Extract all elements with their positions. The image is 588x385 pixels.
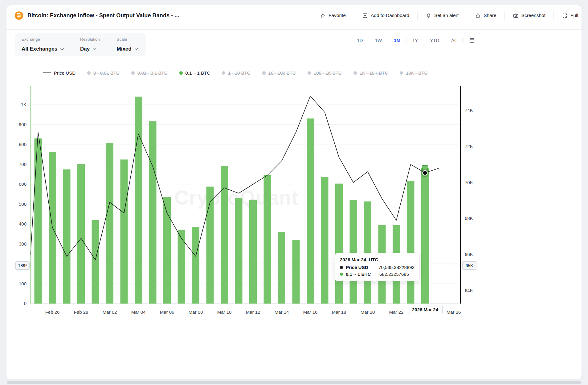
tooltip-value: 70,535.38228893 xyxy=(378,265,414,270)
range-1m-button[interactable]: 1M xyxy=(388,35,406,45)
dot-swatch-icon xyxy=(262,71,266,75)
dot-swatch-icon xyxy=(87,71,91,75)
tooltip-title: 2026 Mar 24, UTC xyxy=(340,257,414,262)
exchange-label: Exchange xyxy=(22,37,66,42)
chevron-down-icon xyxy=(135,48,138,50)
range-1y-button[interactable]: 1Y xyxy=(406,35,424,45)
dashboard-add-icon xyxy=(362,13,368,19)
dot-swatch-icon xyxy=(222,71,225,75)
svg-text:Feb 28: Feb 28 xyxy=(74,309,88,315)
legend-label: 100 - 1K BTC xyxy=(314,70,342,76)
band-dot-icon xyxy=(340,273,343,276)
range-ytd-button[interactable]: YTD xyxy=(424,35,445,45)
svg-text:0: 0 xyxy=(24,301,27,306)
camera-icon xyxy=(513,13,519,19)
resolution-label: Resolution xyxy=(80,37,103,42)
svg-text:500: 500 xyxy=(19,201,27,207)
svg-text:74K: 74K xyxy=(465,108,473,113)
horizontal-scrollbar[interactable] xyxy=(7,381,581,384)
share-icon xyxy=(475,13,481,19)
bell-icon xyxy=(426,13,431,19)
fullscreen-button[interactable]: Full xyxy=(554,10,579,21)
svg-text:Mar 12: Mar 12 xyxy=(246,309,260,315)
resolution-dropdown[interactable]: Resolution Day xyxy=(73,37,110,52)
fullscreen-icon xyxy=(562,13,568,19)
svg-text:Mar 10: Mar 10 xyxy=(217,309,232,315)
line-swatch-icon xyxy=(43,72,51,73)
svg-text:Mar 22: Mar 22 xyxy=(389,309,404,315)
legend-item-0.1-1-btc[interactable]: 0.1 ~ 1 BTC xyxy=(179,70,210,76)
bitcoin-icon: ₿ xyxy=(15,11,23,20)
legend-label: 0.01 - 0.1 BTC xyxy=(137,70,168,76)
legend-item-0-0.01-btc[interactable]: 0 - 0.01 BTC xyxy=(87,70,120,76)
header: ₿ Bitcoin: Exchange Inflow - Spent Outpu… xyxy=(15,9,579,22)
tooltip-label: Price USD xyxy=(346,265,376,270)
svg-text:1K: 1K xyxy=(21,102,27,107)
legend-item-1k-10k-btc[interactable]: 1K - 10K BTC xyxy=(353,70,388,76)
svg-text:Mar 26: Mar 26 xyxy=(447,309,461,315)
price-dot-icon xyxy=(340,266,343,269)
crosshair-left-value-label: 189* xyxy=(15,261,30,270)
header-divider xyxy=(6,29,582,30)
range-1w-button[interactable]: 1W xyxy=(369,35,388,45)
dot-swatch-icon xyxy=(400,71,403,75)
svg-text:900: 900 xyxy=(19,122,27,127)
exchange-dropdown[interactable]: Exchange All Exchanges xyxy=(15,37,73,52)
legend-item-price-usd[interactable]: Price USD xyxy=(43,70,76,76)
svg-text:Mar 02: Mar 02 xyxy=(103,309,117,315)
svg-text:Mar 06: Mar 06 xyxy=(160,309,174,315)
dot-swatch-icon xyxy=(179,71,183,75)
legend-label: 1 - 10 BTC xyxy=(228,70,251,76)
range-all-button[interactable]: All xyxy=(445,35,462,45)
legend-item-0.01-0.1-btc[interactable]: 0.01 - 0.1 BTC xyxy=(131,70,168,76)
crosshair-date-label: 2026 Mar 24 xyxy=(408,305,443,314)
legend-label: 0.1 ~ 1 BTC xyxy=(186,70,210,76)
tooltip-row-band: 0.1 ~ 1 BTC 682.23257685 xyxy=(340,271,414,277)
svg-text:Mar 04: Mar 04 xyxy=(131,309,146,315)
set-alert-label: Set an alert xyxy=(434,13,459,18)
calendar-icon xyxy=(469,37,475,43)
svg-text:72K: 72K xyxy=(465,144,473,149)
range-1d-button[interactable]: 1D xyxy=(351,35,369,45)
filter-bar: Exchange All Exchanges Resolution Day Sc… xyxy=(15,33,146,56)
dot-swatch-icon xyxy=(353,71,357,75)
screenshot-label: Screenshot xyxy=(521,13,545,18)
page-title: Bitcoin: Exchange Inflow - Spent Output … xyxy=(27,12,179,19)
legend-item-10-100-btc[interactable]: 10 - 100 BTC xyxy=(262,70,296,76)
scale-value: Mixed xyxy=(117,46,132,52)
share-label: Share xyxy=(484,13,496,18)
tooltip-value: 682.23257685 xyxy=(379,271,409,277)
legend-item-100-1k-btc[interactable]: 100 - 1K BTC xyxy=(308,70,342,76)
legend-label: 10 - 100 BTC xyxy=(268,70,296,76)
favorite-button[interactable]: Favorite xyxy=(312,10,354,21)
dot-swatch-icon xyxy=(308,71,311,75)
legend-label: 10K - BTC xyxy=(406,70,427,76)
svg-text:400: 400 xyxy=(19,221,27,226)
legend-label: 1K - 10K BTC xyxy=(360,70,388,76)
screenshot-button[interactable]: Screenshot xyxy=(505,10,553,21)
exchange-value: All Exchanges xyxy=(22,46,57,52)
set-alert-button[interactable]: Set an alert xyxy=(418,10,467,21)
dot-swatch-icon xyxy=(131,71,135,75)
share-button[interactable]: Share xyxy=(467,10,504,21)
legend-item-10k-btc[interactable]: 10K - BTC xyxy=(400,70,427,76)
title-wrap: ₿ Bitcoin: Exchange Inflow - Spent Outpu… xyxy=(15,11,179,20)
chart-legend: Price USD 0 - 0.01 BTC 0.01 - 0.1 BTC 0.… xyxy=(43,69,427,77)
svg-text:Mar 20: Mar 20 xyxy=(361,309,375,315)
legend-item-1-10-btc[interactable]: 1 - 10 BTC xyxy=(222,70,251,76)
chevron-down-icon xyxy=(93,48,96,50)
svg-text:100: 100 xyxy=(19,281,27,286)
add-to-dashboard-button[interactable]: Add to Dashboard xyxy=(354,10,417,21)
svg-text:600: 600 xyxy=(19,181,27,187)
crosshair-right-value-label: 65K xyxy=(462,261,476,270)
svg-text:70K: 70K xyxy=(465,180,473,185)
calendar-button[interactable] xyxy=(463,37,475,43)
svg-text:800: 800 xyxy=(19,142,27,147)
scale-dropdown[interactable]: Scale Mixed xyxy=(110,37,146,52)
range-selector: 1D 1W 1M 1Y YTD All xyxy=(351,35,475,45)
favorite-label: Favorite xyxy=(329,13,346,18)
svg-text:Mar 18: Mar 18 xyxy=(332,309,346,315)
svg-text:68K: 68K xyxy=(465,216,473,221)
chart-canvas[interactable]: 01003004005006007008009001K64K66K68K70K7… xyxy=(0,80,588,320)
svg-text:64K: 64K xyxy=(465,288,473,293)
